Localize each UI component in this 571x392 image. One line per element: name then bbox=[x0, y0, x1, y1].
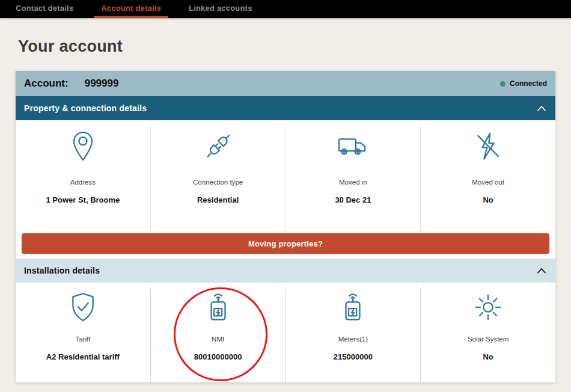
meters-item: Meters(1) 215000000 bbox=[286, 287, 421, 382]
tab-contact-details[interactable]: Contact details bbox=[8, 0, 81, 18]
item-label: Tariff bbox=[76, 335, 91, 343]
location-pin-icon bbox=[67, 130, 99, 162]
moved-out-item: Moved out No bbox=[420, 126, 555, 231]
installation-section-header[interactable]: Installation details bbox=[16, 259, 555, 283]
item-value: No bbox=[483, 352, 493, 361]
moving-properties-button[interactable]: Moving properties? bbox=[22, 233, 549, 254]
solar-system-item: Solar System No bbox=[420, 287, 555, 382]
tariff-item: Tariff A2 Residential tariff bbox=[16, 287, 150, 382]
page-title: Your account bbox=[18, 37, 123, 56]
address-item: Address 1 Power St, Broome bbox=[16, 126, 150, 231]
tab-account-details[interactable]: Account details bbox=[94, 0, 168, 18]
item-value: 30 Dec 21 bbox=[335, 195, 371, 204]
lightning-slash-icon bbox=[472, 130, 504, 162]
tab-linked-accounts[interactable]: Linked accounts bbox=[182, 0, 260, 18]
nmi-item: NMI 80010000000 bbox=[150, 287, 286, 382]
item-label: Moved out bbox=[472, 179, 504, 186]
truck-icon bbox=[337, 130, 369, 162]
item-value: 80010000000 bbox=[194, 352, 242, 361]
connection-type-item: Connection type Residential bbox=[150, 126, 286, 231]
connected-status-label: Connected bbox=[510, 79, 547, 88]
account-number: 999999 bbox=[85, 78, 119, 90]
connection-status: Connected bbox=[500, 79, 547, 88]
account-label: Account: bbox=[24, 78, 69, 90]
item-label: Meters(1) bbox=[338, 335, 368, 343]
item-label: Solar System bbox=[468, 335, 508, 343]
item-value: A2 Residential tariff bbox=[46, 352, 120, 361]
top-tab-bar: Contact details Account details Linked a… bbox=[0, 0, 571, 18]
moved-in-item: Moved in 30 Dec 21 bbox=[286, 126, 421, 231]
property-items-row: Address 1 Power St, Broome Connection ty… bbox=[16, 120, 555, 231]
plug-icon bbox=[202, 130, 234, 162]
item-value: 1 Power St, Broome bbox=[46, 195, 120, 204]
installation-section-title: Installation details bbox=[24, 266, 100, 275]
smart-meter-icon bbox=[337, 291, 369, 323]
chevron-up-icon[interactable] bbox=[536, 266, 547, 275]
installation-items-row: Tariff A2 Residential tariff NMI 8001000… bbox=[16, 283, 555, 382]
account-header-bar: Account: 999999 Connected bbox=[16, 71, 555, 96]
item-label: Connection type bbox=[193, 179, 243, 186]
account-card: Account: 999999 Connected Property & con… bbox=[16, 71, 555, 382]
item-value: No bbox=[483, 195, 493, 204]
chevron-up-icon[interactable] bbox=[536, 104, 547, 112]
item-value: Residential bbox=[197, 195, 239, 204]
moving-button-wrap: Moving properties? bbox=[16, 231, 555, 259]
sun-icon bbox=[472, 291, 504, 323]
item-label: Address bbox=[70, 179, 96, 186]
smart-meter-icon bbox=[202, 291, 234, 323]
property-section-header[interactable]: Property & connection details bbox=[16, 96, 555, 120]
item-label: NMI bbox=[212, 335, 224, 343]
property-section-title: Property & connection details bbox=[24, 103, 147, 113]
item-value: 215000000 bbox=[334, 352, 373, 361]
connected-status-dot bbox=[500, 81, 505, 87]
item-label: Moved in bbox=[339, 179, 367, 186]
shield-check-icon bbox=[67, 291, 99, 323]
